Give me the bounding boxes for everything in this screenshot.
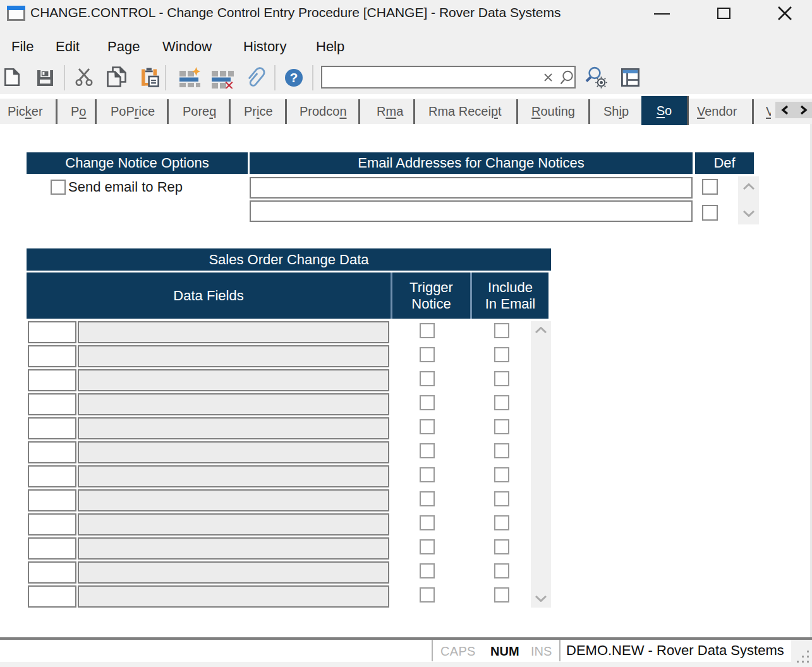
svg-text:?: ? <box>290 70 298 85</box>
